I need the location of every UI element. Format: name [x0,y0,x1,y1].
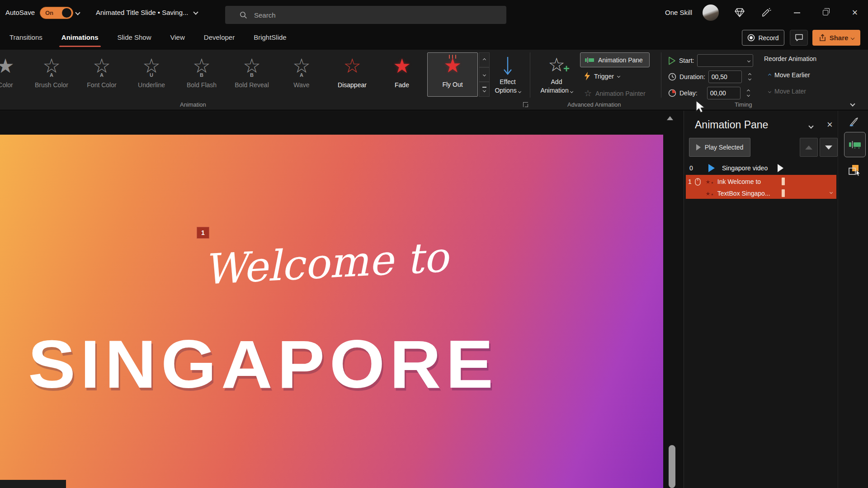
pen-sparkle-icon[interactable] [760,7,773,19]
effect-underline[interactable]: ☆U Underline [127,53,176,89]
effect-fly-out-selected[interactable]: ★ Fly Out [427,52,478,97]
pane-move-down-button[interactable] [820,138,838,157]
search-box[interactable] [225,6,506,24]
video-bar [0,480,66,488]
autosave-toggle[interactable]: On [40,7,73,19]
minimize-button[interactable] [787,0,807,25]
dialog-launcher-icon[interactable] [523,102,528,107]
star-icon: ★ [0,53,30,80]
autosave-options-icon[interactable] [75,10,80,15]
effect-bold-reveal[interactable]: ☆B Bold Reveal [227,53,277,89]
premium-diamond-icon[interactable] [733,7,746,19]
star-icon: ★ [428,53,477,79]
tab-animations[interactable]: Animations [52,25,108,50]
vertical-scrollbar[interactable] [669,445,675,488]
slide-title-text[interactable]: SINGAPORE [28,325,498,404]
timeline-bar[interactable] [782,189,785,197]
selected-animation-group: 1 ★★ Ink Welcome to ★★ TextBox Singapo..… [686,175,836,199]
move-later-button[interactable]: Move Later [769,88,806,95]
move-earlier-button[interactable]: Move Earlier [769,71,810,79]
effect-bold-flash[interactable]: ☆B Bold Flash [177,53,226,89]
chevron-down-icon [768,89,771,93]
animation-item-ink-welcome[interactable]: 1 ★★ Ink Welcome to [686,176,838,188]
video-play-icon[interactable] [708,164,715,172]
restore-icon [823,10,828,15]
pane-move-up-button[interactable] [800,138,818,157]
star-icon: ☆U [127,53,176,80]
chevron-down-icon [617,75,620,78]
effect-options-button[interactable]: Effect Options [488,52,527,95]
delay-spinner[interactable] [747,90,750,96]
effect-color[interactable]: ★ Color [0,53,30,89]
ribbon-tab-row: Transitions Animations Slide Show View D… [0,25,868,50]
collapse-ribbon-icon[interactable] [850,101,855,106]
scroll-up-button[interactable] [665,114,675,122]
item-dropdown-icon[interactable] [830,191,833,194]
star-plus-icon: ☆ [548,54,565,76]
lightning-icon [584,72,590,80]
search-icon [240,11,247,19]
slide-canvas[interactable]: 1 Welcome to SINGAPORE [0,135,663,488]
share-dropdown-icon[interactable] [851,36,854,39]
powerpoint-window: AutoSave On Animated Title Slide • Savin… [0,0,868,488]
search-input[interactable] [254,11,435,19]
editing-area: 1 Welcome to SINGAPORE Animation Pane × … [0,111,868,488]
effect-disappear[interactable]: ☆ Disappear [327,53,377,89]
record-icon [747,34,755,42]
animation-pane-sidebar-button[interactable] [844,132,866,157]
share-button[interactable]: Share [812,30,860,46]
star-icon: ★ [377,53,427,80]
effect-fade[interactable]: ★ Fade [377,53,427,89]
animation-number-badge[interactable]: 1 [197,227,209,239]
animation-pane-icon [849,140,861,149]
play-icon [696,144,701,150]
star-icon: ☆ [327,53,377,80]
pane-close-icon[interactable]: × [827,120,833,130]
start-dropdown[interactable] [697,54,753,67]
effect-font-color[interactable]: ☆A Font Color [77,53,127,89]
trigger-button[interactable]: Trigger [584,72,620,80]
tab-developer[interactable]: Developer [194,25,244,50]
expand-arrow-icon[interactable] [778,164,783,172]
tab-transitions[interactable]: Transitions [0,25,52,50]
duration-spinner[interactable] [749,74,751,80]
delay-input[interactable]: 00,00 [707,87,741,99]
delay-clock-icon [668,89,676,97]
mouse-click-icon [695,178,701,186]
autosave-label: AutoSave [5,9,35,16]
comment-icon [795,34,803,42]
record-button[interactable]: Record [742,30,784,46]
animation-pane-button[interactable]: Animation Pane [580,52,650,67]
tab-brightslide[interactable]: BrightSlide [244,25,296,50]
timeline-bar[interactable] [782,178,785,185]
play-selected-button[interactable]: Play Selected [689,138,750,157]
group-label-advanced-animation: Advanced Animation [567,101,621,108]
duration-clock-icon [668,73,676,81]
right-sidebar [838,111,868,488]
group-label-timing: Timing [735,101,752,108]
chevron-down-icon [193,9,198,14]
animation-item-singapore-video[interactable]: 0 Singapore video [686,162,838,174]
title-bar: AutoSave On Animated Title Slide • Savin… [0,0,868,25]
slide-script-text[interactable]: Welcome to [203,231,476,294]
close-button[interactable]: × [844,0,865,25]
document-title[interactable]: Animated Title Slide • Saving... [96,9,198,16]
ink-pen-icon[interactable] [848,116,859,128]
effect-brush-color[interactable]: ☆A Brush Color [27,53,76,89]
duration-label: Duration: [679,73,705,80]
mouse-cursor [695,100,707,114]
avatar[interactable] [703,5,719,21]
animation-item-textbox-singapore[interactable]: ★★ TextBox Singapo... [686,188,838,199]
star-icon: ☆B [227,53,277,80]
chevron-down-icon [518,90,521,93]
tab-slide-show[interactable]: Slide Show [108,25,161,50]
restore-button[interactable] [815,0,836,25]
animation-painter-button[interactable]: ☆ Animation Painter [584,88,646,99]
selection-pane-icon[interactable] [848,164,861,177]
tab-view[interactable]: View [161,25,194,50]
pane-collapse-icon[interactable] [808,123,813,128]
comments-button[interactable] [790,30,808,46]
effect-wave[interactable]: ☆A Wave [277,53,326,89]
duration-input[interactable]: 00,50 [708,70,742,83]
add-animation-button[interactable]: ☆ + Add Animation [537,52,576,95]
